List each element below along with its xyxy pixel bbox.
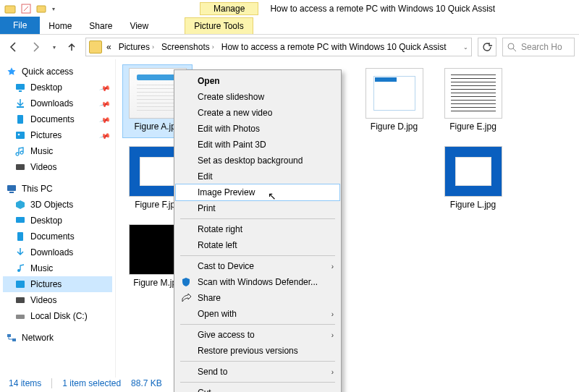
navigation-bar: ▾ « Pictures› Screenshots› How to access… bbox=[0, 35, 579, 59]
address-bar[interactable]: « Pictures› Screenshots› How to access a… bbox=[85, 38, 472, 56]
back-button[interactable] bbox=[4, 38, 23, 56]
ctx-cast-to-device[interactable]: Cast to Device› bbox=[176, 258, 339, 274]
svg-rect-17 bbox=[16, 297, 25, 303]
tab-home[interactable]: Home bbox=[40, 18, 80, 34]
sidebar-this-pc[interactable]: This PC bbox=[3, 181, 112, 197]
sidebar-network[interactable]: Network bbox=[3, 330, 112, 346]
address-dropdown-icon[interactable]: ⌄ bbox=[463, 44, 468, 51]
drive-icon bbox=[14, 310, 26, 322]
sidebar-item-3dobjects[interactable]: 3D Objects bbox=[3, 197, 112, 213]
forward-button[interactable] bbox=[26, 38, 45, 56]
new-folder-icon[interactable] bbox=[35, 1, 49, 16]
sidebar-item-music[interactable]: Music bbox=[3, 143, 112, 159]
tab-share[interactable]: Share bbox=[80, 18, 121, 34]
ctx-create-slideshow[interactable]: Create slideshow bbox=[176, 89, 339, 105]
ctx-restore-versions[interactable]: Restore previous versions bbox=[176, 343, 339, 359]
status-size: 88.7 KB bbox=[131, 378, 162, 388]
ctx-create-video[interactable]: Create a new video bbox=[176, 105, 339, 121]
ctx-image-preview[interactable]: Image Preview bbox=[176, 184, 339, 200]
svg-rect-4 bbox=[16, 84, 25, 90]
ctx-edit-paint3d[interactable]: Edit with Paint 3D bbox=[176, 137, 339, 153]
star-icon bbox=[6, 66, 17, 77]
ctx-send-to[interactable]: Send to› bbox=[176, 364, 339, 380]
desktop-icon bbox=[14, 215, 26, 226]
refresh-button[interactable] bbox=[478, 38, 496, 56]
sidebar-item-documents[interactable]: Documents📌 bbox=[3, 111, 112, 127]
navigation-pane: Quick access Desktop📌 Downloads📌 Documen… bbox=[0, 59, 116, 378]
sidebar-item-pictures[interactable]: Pictures📌 bbox=[3, 127, 112, 143]
svg-rect-16 bbox=[16, 281, 25, 288]
ctx-rotate-right[interactable]: Rotate right bbox=[176, 221, 339, 237]
sidebar-item-pc-pictures[interactable]: Pictures bbox=[3, 276, 112, 292]
file-thumbnail bbox=[444, 68, 502, 119]
tab-picture-tools[interactable]: Picture Tools bbox=[185, 17, 253, 34]
search-box[interactable]: Search Ho bbox=[502, 38, 575, 56]
ctx-edit-photos[interactable]: Edit with Photos bbox=[176, 121, 339, 137]
sidebar-item-videos[interactable]: Videos bbox=[3, 159, 112, 175]
music-icon bbox=[14, 145, 26, 157]
ctx-separator bbox=[180, 218, 335, 219]
chevron-right-icon: › bbox=[331, 368, 334, 376]
sidebar-item-downloads[interactable]: Downloads📌 bbox=[3, 95, 112, 111]
picture-icon bbox=[14, 129, 26, 141]
cursor-icon: ↖ bbox=[268, 190, 276, 202]
ctx-edit[interactable]: Edit bbox=[176, 169, 339, 184]
svg-rect-19 bbox=[7, 334, 11, 337]
sidebar-item-pc-desktop[interactable]: Desktop bbox=[3, 213, 112, 229]
ctx-cut[interactable]: Cut bbox=[176, 385, 339, 392]
tab-file[interactable]: File bbox=[0, 17, 40, 34]
tab-view[interactable]: View bbox=[121, 18, 157, 34]
ctx-separator bbox=[180, 324, 335, 325]
chevron-right-icon: › bbox=[331, 331, 334, 339]
svg-rect-0 bbox=[5, 6, 15, 13]
picture-icon bbox=[14, 278, 26, 290]
ctx-separator bbox=[180, 255, 335, 256]
svg-rect-7 bbox=[17, 115, 23, 124]
svg-rect-6 bbox=[17, 106, 24, 108]
up-button[interactable] bbox=[62, 38, 81, 56]
sidebar-item-pc-downloads[interactable]: Downloads bbox=[3, 244, 112, 260]
sidebar-item-desktop[interactable]: Desktop📌 bbox=[3, 80, 112, 95]
ctx-share[interactable]: Share bbox=[176, 290, 339, 306]
recent-dropdown[interactable]: ▾ bbox=[48, 38, 59, 56]
ctx-print[interactable]: Print bbox=[176, 200, 339, 216]
breadcrumb-root[interactable]: « bbox=[103, 42, 114, 52]
ctx-separator bbox=[180, 361, 335, 362]
ctx-open[interactable]: Open bbox=[176, 73, 339, 89]
file-item[interactable]: Figure L.jpg bbox=[439, 143, 507, 216]
video-icon bbox=[14, 161, 26, 173]
ctx-give-access[interactable]: Give access to› bbox=[176, 327, 339, 343]
ctx-open-with[interactable]: Open with› bbox=[176, 306, 339, 322]
chevron-right-icon[interactable]: › bbox=[212, 43, 214, 51]
sidebar-item-pc-videos[interactable]: Videos bbox=[3, 292, 112, 308]
breadcrumb-current[interactable]: How to access a remote PC with Windows 1… bbox=[219, 42, 449, 52]
svg-rect-14 bbox=[17, 232, 23, 241]
ctx-set-background[interactable]: Set as desktop background bbox=[176, 153, 339, 169]
sidebar-quick-access[interactable]: Quick access bbox=[3, 64, 112, 80]
svg-point-9 bbox=[18, 134, 20, 136]
pin-icon: 📌 bbox=[99, 82, 111, 93]
document-icon bbox=[14, 114, 26, 125]
title-bar: ▾ Manage How to access a remote PC with … bbox=[0, 0, 579, 17]
file-thumbnail bbox=[365, 68, 423, 119]
ctx-scan-defender[interactable]: Scan with Windows Defender... bbox=[176, 274, 339, 290]
properties-icon[interactable] bbox=[19, 1, 33, 16]
sidebar-item-pc-music[interactable]: Music bbox=[3, 260, 112, 276]
sidebar-item-pc-documents[interactable]: Documents bbox=[3, 229, 112, 244]
breadcrumb-pictures[interactable]: Pictures› bbox=[116, 42, 157, 52]
svg-rect-18 bbox=[16, 315, 25, 319]
folder-icon[interactable] bbox=[3, 1, 17, 16]
sidebar-item-localdisk[interactable]: Local Disk (C:) bbox=[3, 308, 112, 324]
file-item[interactable]: Figure E.jpg bbox=[439, 65, 507, 137]
svg-rect-5 bbox=[19, 90, 22, 92]
pc-icon bbox=[6, 183, 17, 195]
ctx-rotate-left[interactable]: Rotate left bbox=[176, 237, 339, 253]
file-item[interactable]: Figure D.jpg bbox=[360, 65, 428, 137]
download-icon bbox=[14, 247, 26, 258]
qat-dropdown-icon[interactable]: ▾ bbox=[52, 6, 55, 12]
breadcrumb-screenshots[interactable]: Screenshots› bbox=[159, 42, 217, 52]
chevron-right-icon[interactable]: › bbox=[152, 43, 154, 51]
chevron-right-icon: › bbox=[331, 310, 334, 318]
ctx-separator bbox=[180, 382, 335, 383]
file-name: Figure E.jpg bbox=[449, 122, 496, 132]
